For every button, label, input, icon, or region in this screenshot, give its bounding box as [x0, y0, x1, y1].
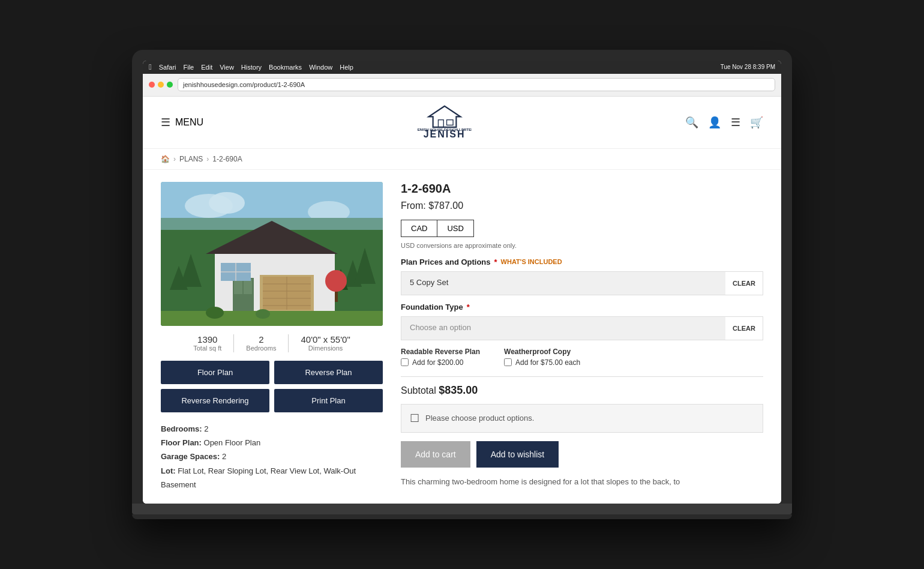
svg-rect-26	[244, 279, 252, 294]
laptop-foot	[132, 514, 792, 519]
product-description: This charming two-bedroom home is design…	[401, 476, 763, 488]
sqft-value: 1390	[193, 334, 221, 345]
floor-plan-button[interactable]: Floor Plan	[161, 361, 269, 384]
foundation-clear-button[interactable]: CLEAR	[725, 316, 763, 340]
site-logo[interactable]: JENISH HOUSE DESIGN LIMITED JENISH	[418, 105, 472, 140]
close-button[interactable]	[149, 82, 155, 88]
breadcrumb-sep1: ›	[173, 155, 176, 163]
breadcrumb-current: 1-2-690A	[212, 155, 242, 163]
garage-detail-label: Garage Spaces:	[161, 452, 220, 461]
account-icon[interactable]: 👤	[708, 116, 721, 129]
weatherproof-price: Add for $75.00 each	[515, 358, 580, 367]
system-time: Tue Nov 28 8:39 PM	[721, 64, 775, 70]
whats-included-link[interactable]: WHAT'S INCLUDED	[501, 258, 562, 265]
foundation-type-label: Foundation Type	[401, 303, 463, 312]
subtotal-row: Subtotal $835.00	[401, 376, 763, 397]
browser-toolbar: jenishhousedesign.com/product/1-2-690A	[143, 74, 781, 97]
detail-floor-plan: Floor Plan: Open Floor Plan	[161, 436, 383, 450]
sqft-label: Total sq ft	[193, 345, 221, 352]
breadcrumb-plans[interactable]: PLANS	[179, 155, 203, 163]
floor-plan-detail-value: Open Floor Plan	[204, 438, 261, 447]
product-stats: 1390 Total sq ft 2 Bedrooms 40'0" x 55'0…	[161, 334, 383, 352]
copy-set-value: 5 Copy Set	[410, 278, 448, 287]
foundation-type-select[interactable]: Choose an option	[401, 316, 725, 340]
addon-row: Readable Reverse Plan Add for $200.00 We…	[401, 348, 763, 367]
add-to-wishlist-button[interactable]: Add to wishlist	[476, 441, 559, 468]
subtotal-label: Subtotal	[401, 385, 436, 396]
menu-label: MENU	[175, 117, 203, 128]
bedrooms-label: Bedrooms	[246, 345, 276, 352]
readable-reverse-price: Add for $200.00	[412, 358, 463, 367]
usd-button[interactable]: USD	[437, 220, 473, 237]
product-title: 1-2-690A	[401, 182, 763, 196]
menu-history[interactable]: History	[241, 64, 262, 71]
menu-icon[interactable]: ☰	[731, 116, 740, 129]
stat-bedrooms: 2 Bedrooms	[234, 334, 288, 352]
traffic-lights	[149, 82, 173, 88]
address-bar[interactable]: jenishhousedesign.com/product/1-2-690A	[178, 78, 775, 91]
menu-file[interactable]: File	[184, 64, 194, 71]
menu-bookmarks[interactable]: Bookmarks	[269, 64, 302, 71]
svg-rect-25	[234, 279, 242, 294]
product-details: Bedrooms: 2 Floor Plan: Open Floor Plan …	[161, 422, 383, 492]
stat-dimensions: 40'0" x 55'0" Dimensions	[289, 334, 362, 352]
menu-window[interactable]: Window	[309, 64, 332, 71]
product-image	[161, 182, 383, 326]
lot-detail-value: Flat Lot, Rear Sloping Lot, Rear View Lo…	[161, 466, 356, 489]
detail-garage: Garage Spaces: 2	[161, 450, 383, 463]
subtotal-amount: $835.00	[439, 384, 478, 396]
readable-reverse-checkbox[interactable]	[401, 358, 409, 366]
weatherproof-checkbox[interactable]	[504, 358, 512, 366]
svg-rect-33	[161, 311, 383, 326]
reverse-plan-button[interactable]: Reverse Plan	[274, 361, 383, 384]
reverse-rendering-button[interactable]: Reverse Rendering	[161, 389, 269, 412]
weatherproof-check: Add for $75.00 each	[504, 358, 580, 367]
breadcrumb-home-icon[interactable]: 🏠	[161, 155, 170, 163]
bedrooms-value: 2	[246, 334, 276, 345]
cad-button[interactable]: CAD	[401, 220, 437, 237]
stat-sqft: 1390 Total sq ft	[181, 334, 233, 352]
svg-marker-0	[428, 106, 460, 127]
minimize-button[interactable]	[158, 82, 164, 88]
menu-view[interactable]: View	[220, 64, 234, 71]
search-icon[interactable]: 🔍	[685, 116, 698, 129]
foundation-type-row: Choose an option CLEAR	[401, 316, 763, 340]
plan-prices-label: Plan Prices and Options	[401, 257, 491, 266]
menu-toggle[interactable]: ☰ MENU	[161, 116, 203, 129]
required-star: *	[494, 257, 497, 266]
garage-detail-value: 2	[222, 452, 226, 461]
cart-buttons: Add to cart Add to wishlist	[401, 441, 763, 468]
svg-rect-1	[438, 119, 443, 127]
svg-point-34	[206, 307, 224, 319]
menu-edit[interactable]: Edit	[201, 64, 212, 71]
readable-reverse-addon: Readable Reverse Plan Add for $200.00	[401, 348, 480, 367]
svg-point-31	[325, 270, 347, 292]
bedrooms-detail-value: 2	[204, 424, 208, 433]
logo-text: JENISH	[418, 129, 472, 140]
detail-lot: Lot: Flat Lot, Rear Sloping Lot, Rear Vi…	[161, 464, 383, 492]
warning-box: ☐ Please choose product options.	[401, 404, 763, 433]
menu-safari[interactable]: Safari	[159, 64, 176, 71]
maximize-button[interactable]	[167, 82, 173, 88]
menu-help[interactable]: Help	[340, 64, 353, 71]
svg-point-35	[256, 309, 270, 319]
dimensions-value: 40'0" x 55'0"	[301, 334, 350, 345]
hamburger-icon: ☰	[161, 116, 170, 129]
copy-set-select[interactable]: 5 Copy Set	[401, 271, 725, 295]
foundation-placeholder: Choose an option	[410, 323, 471, 332]
detail-bedrooms: Bedrooms: 2	[161, 422, 383, 436]
copy-set-clear-button[interactable]: CLEAR	[725, 271, 763, 295]
add-to-cart-button[interactable]: Add to cart	[401, 441, 470, 468]
laptop-bottom	[132, 504, 792, 514]
plan-prices-section-label: Plan Prices and Options * WHAT'S INCLUDE…	[401, 257, 763, 266]
action-buttons: Floor Plan Reverse Plan Reverse Renderin…	[161, 361, 383, 412]
readable-reverse-title: Readable Reverse Plan	[401, 348, 480, 356]
house-image-svg	[161, 182, 383, 326]
cart-icon[interactable]: 🛒	[750, 116, 763, 129]
print-plan-button[interactable]: Print Plan	[274, 389, 383, 412]
currency-note: USD conversions are approximate only.	[401, 242, 763, 249]
weatherproof-title: Weatherproof Copy	[504, 348, 580, 356]
currency-toggle: CAD USD	[401, 220, 763, 237]
breadcrumb-sep2: ›	[206, 155, 209, 163]
product-right-column: 1-2-690A From: $787.00 CAD USD USD conve…	[401, 182, 763, 492]
